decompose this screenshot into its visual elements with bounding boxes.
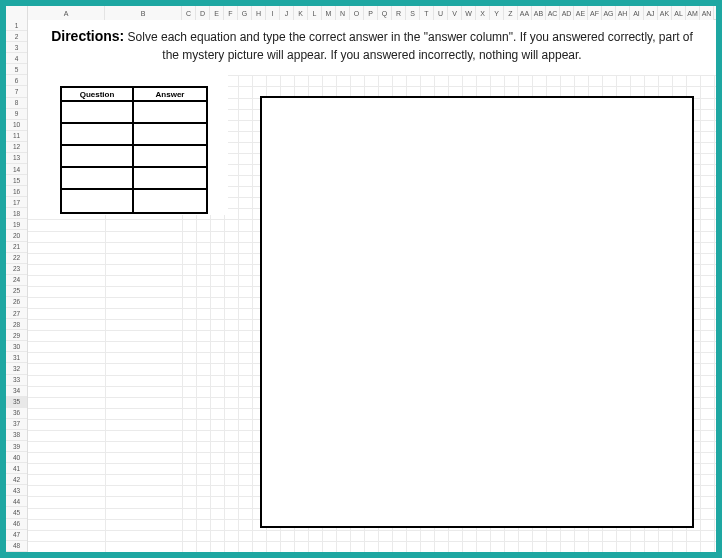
row-header[interactable]: 20 (6, 230, 27, 241)
column-header[interactable]: N (336, 6, 350, 20)
row-header[interactable]: 45 (6, 507, 27, 518)
answer-cell[interactable] (134, 168, 206, 190)
answer-cell[interactable] (134, 146, 206, 168)
row-header[interactable]: 37 (6, 419, 27, 430)
column-header[interactable]: AH (616, 6, 630, 20)
column-header[interactable]: X (476, 6, 490, 20)
row-header[interactable]: 43 (6, 485, 27, 496)
column-header[interactable]: G (238, 6, 252, 20)
row-header[interactable]: 8 (6, 98, 27, 109)
row-header[interactable]: 4 (6, 53, 27, 64)
row-header[interactable]: 17 (6, 197, 27, 208)
row-header[interactable]: 27 (6, 308, 27, 319)
row-header[interactable]: 19 (6, 219, 27, 230)
row-header[interactable]: 7 (6, 86, 27, 97)
row-header[interactable]: 16 (6, 186, 27, 197)
row-header[interactable]: 13 (6, 153, 27, 164)
column-header[interactable]: U (434, 6, 448, 20)
row-header[interactable]: 29 (6, 330, 27, 341)
column-header[interactable]: I (266, 6, 280, 20)
row-header[interactable]: 44 (6, 496, 27, 507)
column-header[interactable]: K (294, 6, 308, 20)
row-header[interactable]: 42 (6, 474, 27, 485)
column-header[interactable]: E (210, 6, 224, 20)
row-header[interactable]: 15 (6, 175, 27, 186)
row-header[interactable]: 24 (6, 275, 27, 286)
row-header[interactable]: 23 (6, 264, 27, 275)
row-header[interactable]: 38 (6, 430, 27, 441)
column-header[interactable]: AK (658, 6, 672, 20)
row-header[interactable]: 40 (6, 452, 27, 463)
column-header[interactable]: AL (672, 6, 686, 20)
column-header[interactable]: C (182, 6, 196, 20)
row-header[interactable]: 31 (6, 352, 27, 363)
question-cell[interactable] (62, 102, 134, 124)
column-header[interactable]: L (308, 6, 322, 20)
row-header[interactable]: 12 (6, 142, 27, 153)
answer-cell[interactable] (134, 102, 206, 124)
column-header[interactable]: D (196, 6, 210, 20)
column-header[interactable]: AJ (644, 6, 658, 20)
question-cell[interactable] (62, 190, 134, 212)
question-cell[interactable] (62, 146, 134, 168)
cells-area[interactable]: Directions: Solve each equation and type… (28, 20, 716, 552)
column-header[interactable]: AI (630, 6, 644, 20)
row-header[interactable]: 41 (6, 463, 27, 474)
column-header[interactable]: S (406, 6, 420, 20)
select-all-corner[interactable] (6, 6, 28, 20)
row-header[interactable]: 46 (6, 519, 27, 530)
column-header[interactable]: M (322, 6, 336, 20)
column-header[interactable]: V (448, 6, 462, 20)
row-header[interactable]: 10 (6, 120, 27, 131)
column-header[interactable]: Z (504, 6, 518, 20)
row-header[interactable]: 25 (6, 286, 27, 297)
row-header[interactable]: 11 (6, 131, 27, 142)
column-header[interactable]: R (392, 6, 406, 20)
row-header[interactable]: 21 (6, 242, 27, 253)
row-header[interactable]: 39 (6, 441, 27, 452)
row-header[interactable]: 35 (6, 397, 27, 408)
row-header[interactable]: 2 (6, 31, 27, 42)
question-cell[interactable] (62, 124, 134, 146)
row-header[interactable]: 28 (6, 319, 27, 330)
column-header[interactable]: W (462, 6, 476, 20)
column-header[interactable]: AB (532, 6, 546, 20)
column-header[interactable]: AE (574, 6, 588, 20)
row-header[interactable]: 33 (6, 375, 27, 386)
row-header[interactable]: 30 (6, 341, 27, 352)
row-header[interactable]: 1 (6, 20, 27, 31)
row-header[interactable]: 36 (6, 408, 27, 419)
row-header[interactable]: 34 (6, 386, 27, 397)
column-header[interactable]: AF (588, 6, 602, 20)
row-header[interactable]: 22 (6, 253, 27, 264)
row-header[interactable]: 32 (6, 363, 27, 374)
column-header[interactable]: B (105, 6, 182, 20)
column-header[interactable]: O (350, 6, 364, 20)
row-header[interactable]: 26 (6, 297, 27, 308)
column-header[interactable]: AM (686, 6, 700, 20)
column-header[interactable]: AC (546, 6, 560, 20)
column-header[interactable]: AA (518, 6, 532, 20)
row-header[interactable]: 6 (6, 75, 27, 86)
column-header[interactable]: H (252, 6, 266, 20)
column-header[interactable]: AG (602, 6, 616, 20)
row-header[interactable]: 5 (6, 64, 27, 75)
row-header[interactable]: 18 (6, 208, 27, 219)
column-header[interactable]: F (224, 6, 238, 20)
row-header[interactable]: 3 (6, 42, 27, 53)
column-header[interactable]: T (420, 6, 434, 20)
row-header[interactable]: 48 (6, 541, 27, 552)
column-header[interactable]: P (364, 6, 378, 20)
column-header[interactable]: A (28, 6, 105, 20)
column-header[interactable]: J (280, 6, 294, 20)
answer-cell[interactable] (134, 190, 206, 212)
column-header[interactable]: AD (560, 6, 574, 20)
row-header[interactable]: 9 (6, 109, 27, 120)
column-header[interactable]: Y (490, 6, 504, 20)
question-cell[interactable] (62, 168, 134, 190)
row-header[interactable]: 14 (6, 164, 27, 175)
answer-cell[interactable] (134, 124, 206, 146)
column-header[interactable]: AN (700, 6, 714, 20)
column-header[interactable]: Q (378, 6, 392, 20)
row-header[interactable]: 47 (6, 530, 27, 541)
